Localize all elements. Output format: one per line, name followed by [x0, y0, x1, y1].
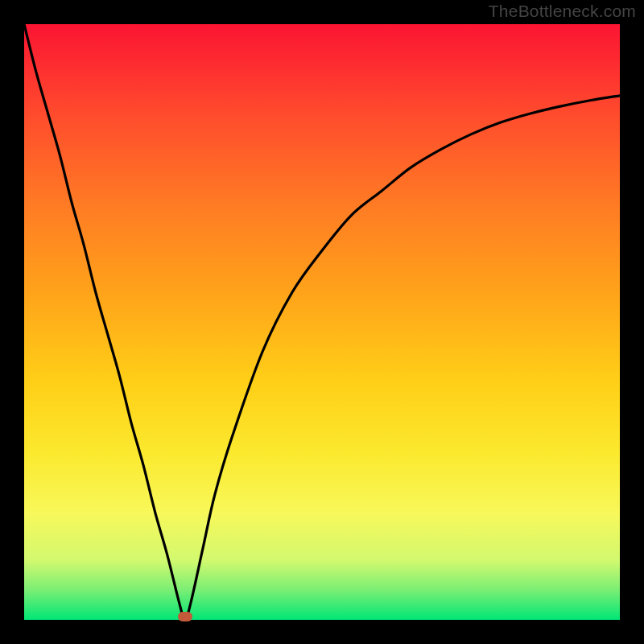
chart-frame: TheBottleneck.com — [0, 0, 644, 644]
bottleneck-curve — [24, 24, 620, 620]
plot-area — [24, 24, 620, 620]
watermark-text: TheBottleneck.com — [489, 2, 636, 21]
minimum-marker — [178, 612, 192, 621]
